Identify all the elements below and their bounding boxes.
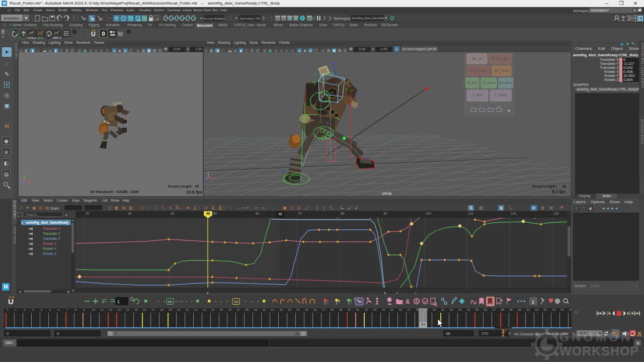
svg-text:No Live Surface: No Live Surface bbox=[203, 17, 225, 20]
svg-text:&: & bbox=[406, 298, 410, 305]
svg-text:EA: EA bbox=[168, 300, 173, 304]
svg-text:Symmetry: Off: Symmetry: Off bbox=[240, 17, 260, 20]
svg-text:TH: TH bbox=[234, 300, 238, 304]
svg-text:MiW-Ti: MiW-Ti bbox=[53, 36, 61, 39]
svg-text:M: M bbox=[118, 31, 123, 38]
svg-text:U: U bbox=[8, 297, 14, 306]
svg-text:U: U bbox=[91, 31, 96, 38]
svg-text:Animation: Animation bbox=[4, 17, 19, 20]
svg-text:CtrlsLo: CtrlsLo bbox=[28, 36, 36, 39]
svg-text:ε: ε bbox=[532, 299, 535, 305]
svg-text:animRig_Abel_GameRea: animRig_Abel_GameRea bbox=[352, 17, 386, 20]
svg-text:pose: pose bbox=[38, 36, 43, 39]
svg-text:Namespace:: Namespace: bbox=[334, 17, 353, 21]
svg-text:1: 1 bbox=[117, 299, 120, 304]
svg-text:0: 0 bbox=[102, 31, 105, 37]
